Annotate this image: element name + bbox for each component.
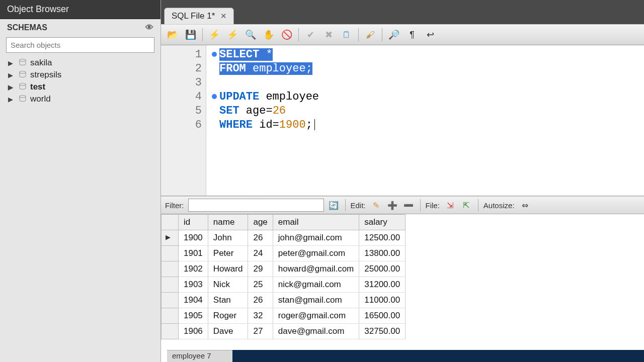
column-header-email[interactable]: email <box>273 215 359 230</box>
gutter-line[interactable]: 6 <box>161 118 206 132</box>
expand-icon[interactable]: ▶ <box>8 83 15 91</box>
column-header-name[interactable]: name <box>208 215 248 230</box>
find-button[interactable]: 🔎 <box>386 27 401 42</box>
breakpoint-dot[interactable] <box>212 94 217 99</box>
cell-id[interactable]: 1902 <box>179 261 208 277</box>
execute-button[interactable]: ⚡ <box>207 27 222 42</box>
gutter-line[interactable]: 5 <box>161 104 206 118</box>
row-selector[interactable] <box>162 246 179 261</box>
row-selector[interactable] <box>162 308 179 324</box>
cell-salary[interactable]: 11000.00 <box>359 293 406 308</box>
cell-name[interactable]: Roger <box>208 308 248 324</box>
table-row[interactable]: 1900John26john@gmail.com12500.00 <box>162 230 406 246</box>
cell-salary[interactable]: 32750.00 <box>359 324 406 339</box>
save-file-button[interactable]: 💾 <box>183 27 198 42</box>
explain-button[interactable]: 🔍 <box>243 27 258 42</box>
tab-sql-file-1[interactable]: SQL File 1* ✕ <box>164 8 234 24</box>
table-row[interactable]: 1901Peter24peter@gmail.com13800.00 <box>162 246 406 261</box>
beautify-button[interactable]: 🖌 <box>363 27 378 42</box>
code-line[interactable]: SET age=26 <box>219 104 641 118</box>
gutter-line[interactable]: 4 <box>161 89 206 104</box>
import-button[interactable]: ⇱ <box>460 199 473 212</box>
cell-name[interactable]: Dave <box>208 324 248 339</box>
cell-id[interactable]: 1905 <box>179 308 208 324</box>
add-row-button[interactable]: ➕ <box>386 199 399 212</box>
cell-id[interactable]: 1903 <box>179 277 208 293</box>
gutter-line[interactable]: 1 <box>161 47 206 61</box>
cell-name[interactable]: Howard <box>208 261 248 277</box>
cell-email[interactable]: nick@gmail.com <box>273 277 359 293</box>
cell-id[interactable]: 1904 <box>179 293 208 308</box>
cell-email[interactable]: john@gmail.com <box>273 230 359 246</box>
cell-age[interactable]: 25 <box>248 277 273 293</box>
cell-name[interactable]: Peter <box>208 246 248 261</box>
breakpoint-dot[interactable] <box>212 52 217 57</box>
cell-salary[interactable]: 13800.00 <box>359 246 406 261</box>
row-selector[interactable] <box>162 230 179 246</box>
row-selector[interactable] <box>162 277 179 293</box>
execute-current-button[interactable]: ⚡ <box>225 27 240 42</box>
row-selector[interactable] <box>162 293 179 308</box>
table-row[interactable]: 1902Howard29howard@gmail.com25000.00 <box>162 261 406 277</box>
export-button[interactable]: ⇲ <box>444 199 457 212</box>
column-header-id[interactable]: id <box>179 215 208 230</box>
cell-age[interactable]: 29 <box>248 261 273 277</box>
wrap-button[interactable]: ↩ <box>423 27 438 42</box>
snippets-button[interactable]: 🗒 <box>339 27 354 42</box>
schema-item-world[interactable]: ▶world <box>8 93 155 105</box>
code-line[interactable]: SELECT * <box>219 47 641 61</box>
sql-editor[interactable]: 123456 SELECT *FROM employee;UPDATE empl… <box>161 45 644 196</box>
row-selector[interactable] <box>162 261 179 277</box>
search-objects-input[interactable] <box>6 37 154 53</box>
cell-salary[interactable]: 25000.00 <box>359 261 406 277</box>
stop-button[interactable]: 🚫 <box>279 27 294 42</box>
cell-salary[interactable]: 12500.00 <box>359 230 406 246</box>
table-row[interactable]: 1904Stan26stan@gmail.com11000.00 <box>162 293 406 308</box>
close-tab-icon[interactable]: ✕ <box>219 11 228 21</box>
edit-row-button[interactable]: ✎ <box>370 199 383 212</box>
delete-row-button[interactable]: ➖ <box>402 199 415 212</box>
row-selector[interactable] <box>162 324 179 339</box>
whitespace-button[interactable]: ¶ <box>405 27 420 42</box>
code-line[interactable]: UPDATE employee <box>219 89 641 104</box>
cell-id[interactable]: 1900 <box>179 230 208 246</box>
cell-name[interactable]: John <box>208 230 248 246</box>
schema-item-sakila[interactable]: ▶sakila <box>8 57 155 69</box>
gutter-line[interactable]: 3 <box>161 75 206 89</box>
table-row[interactable]: 1903Nick25nick@gmail.com31200.00 <box>162 277 406 293</box>
column-header-salary[interactable]: salary <box>359 215 406 230</box>
cell-email[interactable]: howard@gmail.com <box>273 261 359 277</box>
cell-age[interactable]: 32 <box>248 308 273 324</box>
expand-icon[interactable]: ▶ <box>8 59 15 67</box>
code-line[interactable] <box>219 75 641 89</box>
cell-id[interactable]: 1901 <box>179 246 208 261</box>
cell-age[interactable]: 26 <box>248 230 273 246</box>
cell-name[interactable]: Nick <box>208 277 248 293</box>
cell-salary[interactable]: 16500.00 <box>359 308 406 324</box>
gutter-line[interactable]: 2 <box>161 61 206 75</box>
table-row[interactable]: 1906Dave27dave@gmail.com32750.00 <box>162 324 406 339</box>
cell-age[interactable]: 27 <box>248 324 273 339</box>
cell-email[interactable]: dave@gmail.com <box>273 324 359 339</box>
cell-email[interactable]: peter@gmail.com <box>273 246 359 261</box>
column-header-age[interactable]: age <box>248 215 273 230</box>
cell-name[interactable]: Stan <box>208 293 248 308</box>
code-line[interactable]: WHERE id=1900; <box>219 118 641 132</box>
cell-salary[interactable]: 31200.00 <box>359 277 406 293</box>
open-file-button[interactable]: 📂 <box>165 27 180 42</box>
cell-id[interactable]: 1906 <box>179 324 208 339</box>
cell-age[interactable]: 26 <box>248 293 273 308</box>
code-line[interactable]: FROM employee; <box>219 61 641 75</box>
cell-age[interactable]: 24 <box>248 246 273 261</box>
cell-email[interactable]: roger@gmail.com <box>273 308 359 324</box>
refresh-schemas-icon[interactable]: 👁 <box>145 23 153 32</box>
expand-icon[interactable]: ▶ <box>8 71 15 79</box>
expand-icon[interactable]: ▶ <box>8 96 15 103</box>
results-grid[interactable]: idnameageemailsalary 1900John26john@gmai… <box>161 214 644 362</box>
table-row[interactable]: 1905Roger32roger@gmail.com16500.00 <box>162 308 406 324</box>
cell-email[interactable]: stan@gmail.com <box>273 293 359 308</box>
autosize-button[interactable]: ⇔ <box>519 199 532 212</box>
schema-item-strepsils[interactable]: ▶strepsils <box>8 69 155 81</box>
schema-item-test[interactable]: ▶test <box>8 81 155 93</box>
refresh-results-button[interactable]: 🔄 <box>327 199 340 212</box>
